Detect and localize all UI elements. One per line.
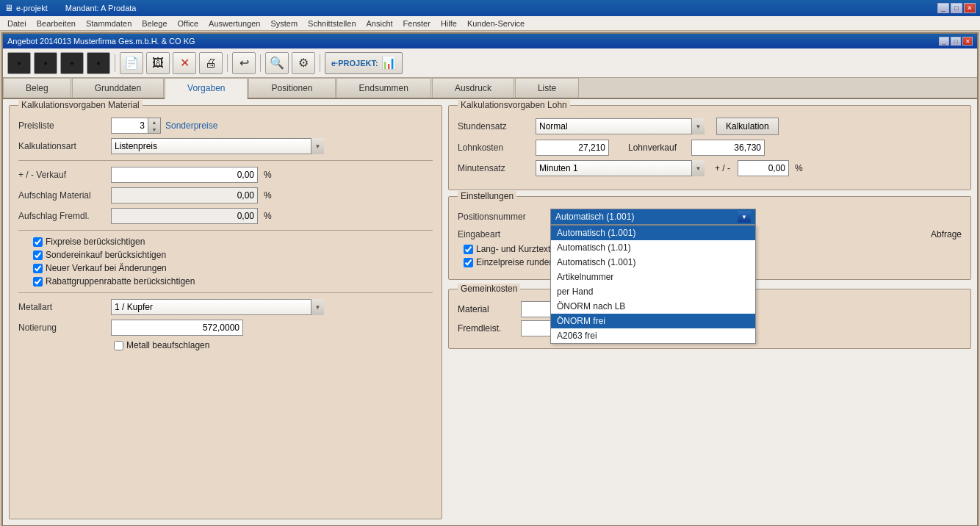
verkauf-input[interactable] xyxy=(111,167,258,183)
search-button[interactable]: 🔍 xyxy=(265,52,289,74)
main-window: Angebot 2014013 Musterfirma Ges.m.b.H. &… xyxy=(1,32,979,526)
material-panel: Kalkulationsvorgaben Material Preisliste… xyxy=(9,105,442,519)
tab-endsummen[interactable]: Endsummen xyxy=(336,78,431,98)
toolbar-btn-2[interactable]: ● xyxy=(34,52,57,74)
menu-system[interactable]: System xyxy=(266,18,302,29)
menu-auswertungen[interactable]: Auswertungen xyxy=(204,18,264,29)
tab-beleg[interactable]: Beleg xyxy=(3,78,71,98)
menu-ansicht[interactable]: Ansicht xyxy=(362,18,397,29)
window-maximize[interactable]: □ xyxy=(951,37,961,46)
window-title-text: Angebot 2014013 Musterfirma Ges.m.b.H. &… xyxy=(7,37,195,46)
minutensatz-select[interactable]: Minuten 1 xyxy=(536,160,705,176)
lohnverkauf-input[interactable] xyxy=(691,140,765,156)
notierung-label: Notierung xyxy=(18,323,107,333)
toolbar-separator-3 xyxy=(260,54,261,72)
minutensatz-label: Minutensatz xyxy=(458,163,531,173)
menu-bearbeiten[interactable]: Bearbeiten xyxy=(32,18,80,29)
positionsnummer-display[interactable]: Automatisch (1.001) ▼ xyxy=(550,209,756,225)
checkbox-einzelpreise[interactable] xyxy=(464,258,473,267)
delete-button[interactable]: ✕ xyxy=(173,52,196,74)
checkbox-fixpreise-row: Fixpreise berücksichtigen xyxy=(18,237,433,247)
tab-ausdruck[interactable]: Ausdruck xyxy=(432,78,514,98)
dropdown-item-2[interactable]: Automatisch (1.001) xyxy=(551,255,755,270)
dropdown-item-5[interactable]: ÖNORM nach LB xyxy=(551,299,755,314)
kalkulationsart-select[interactable]: Listenpreis xyxy=(111,138,324,154)
dropdown-item-7[interactable]: A2063 frei xyxy=(551,328,755,343)
tab-liste[interactable]: Liste xyxy=(515,78,579,98)
lohnkosten-input[interactable] xyxy=(536,140,609,156)
checkbox-fixpreise[interactable] xyxy=(33,237,43,247)
tab-positionen[interactable]: Positionen xyxy=(248,78,335,98)
menu-stammdaten[interactable]: Stammdaten xyxy=(82,18,136,29)
menu-schnittstellen[interactable]: Schnittstellen xyxy=(303,18,360,29)
settings-button[interactable]: ⚙ xyxy=(292,52,315,74)
checkbox-sondereinkauf[interactable] xyxy=(33,251,43,260)
menu-office[interactable]: Office xyxy=(173,18,203,29)
title-bar-controls: _ □ ✕ xyxy=(937,3,976,13)
preisliste-row: Preisliste ▲ ▼ Sonderpreise xyxy=(18,118,433,134)
window-close[interactable]: ✕ xyxy=(962,37,973,46)
new-document-button[interactable]: 📄 xyxy=(120,52,143,74)
checkbox-rabattgruppen[interactable] xyxy=(33,277,43,287)
metallart-select[interactable]: 1 / Kupfer xyxy=(111,299,324,315)
open-button[interactable]: 🖼 xyxy=(146,52,170,74)
stundensatz-select[interactable]: Normal xyxy=(536,118,705,134)
checkbox-rabattgruppen-row: Rabattgruppenrabatte berücksichtigen xyxy=(18,276,433,287)
lohn-panel-title: Kalkulationsvorgaben Lohn xyxy=(458,100,570,110)
metallart-row: Metallart 1 / Kupfer ▼ xyxy=(18,299,433,315)
undo-button[interactable]: ↩ xyxy=(232,52,256,74)
checkbox-metall[interactable] xyxy=(114,341,123,350)
menu-kunden-service[interactable]: Kunden-Service xyxy=(463,18,529,29)
toolbar-btn-1[interactable]: ● xyxy=(7,52,31,74)
menu-hilfe[interactable]: Hilfe xyxy=(436,18,461,29)
preisliste-up[interactable]: ▲ xyxy=(148,118,160,126)
menu-fenster[interactable]: Fenster xyxy=(399,18,435,29)
metallart-label: Metallart xyxy=(18,302,107,312)
preisliste-input[interactable] xyxy=(111,118,148,134)
einstellungen-panel: Einstellungen Positionsnummer Automatisc… xyxy=(448,196,971,280)
menu-bar: Datei Bearbeiten Stammdaten Belege Offic… xyxy=(0,16,980,31)
dropdown-item-3[interactable]: Artikelnummer xyxy=(551,270,755,284)
window-minimize[interactable]: _ xyxy=(939,37,949,46)
print-button[interactable]: 🖨 xyxy=(199,52,223,74)
toolbar-btn-3[interactable]: ● xyxy=(60,52,84,74)
minimize-button[interactable]: _ xyxy=(937,3,949,13)
notierung-input[interactable] xyxy=(111,320,243,336)
print-icon: 🖨 xyxy=(205,57,217,70)
kalkulation-button[interactable]: Kalkulation xyxy=(716,118,779,135)
verkauf-pct: % xyxy=(264,170,272,180)
aufschlag-fremdl-input[interactable] xyxy=(111,208,258,224)
lohn-panel: Kalkulationsvorgaben Lohn Stundensatz No… xyxy=(448,105,971,190)
projekt-button[interactable]: e·PROJEKT: 📊 xyxy=(325,52,403,74)
menu-datei[interactable]: Datei xyxy=(3,18,31,29)
kalkulationsart-select-wrapper: Listenpreis ▼ xyxy=(111,138,324,154)
maximize-button[interactable]: □ xyxy=(951,3,962,13)
toolbar-btn-4[interactable]: ● xyxy=(87,52,110,74)
checkbox-lang-kurztext[interactable] xyxy=(464,245,473,254)
tab-grunddaten[interactable]: Grunddaten xyxy=(72,78,164,98)
checkbox-neuer-verkauf[interactable] xyxy=(33,264,43,273)
positionsnummer-select-container: Automatisch (1.001) ▼ Automatisch (1.001… xyxy=(550,209,756,225)
aufschlag-material-input[interactable] xyxy=(111,187,258,203)
dropdown-item-0[interactable]: Automatisch (1.001) xyxy=(551,226,755,240)
dropdown-item-1[interactable]: Automatisch (1.01) xyxy=(551,240,755,255)
tab-vorgaben[interactable]: Vorgaben xyxy=(165,78,248,99)
minutensatz-pct-input[interactable] xyxy=(738,160,789,176)
preisliste-down[interactable]: ▼ xyxy=(148,126,160,133)
dropdown-item-4[interactable]: per Hand xyxy=(551,284,755,299)
right-panel: Kalkulationsvorgaben Lohn Stundensatz No… xyxy=(448,105,971,519)
stundensatz-label: Stundensatz xyxy=(458,121,531,132)
lohnkosten-label: Lohnkosten xyxy=(458,143,531,153)
menu-belege[interactable]: Belege xyxy=(137,18,171,29)
sonderpreise-link[interactable]: Sonderpreise xyxy=(165,120,217,131)
checkbox-einzelpreise-label: Einzelpreise runden xyxy=(476,257,554,267)
undo-icon: ↩ xyxy=(239,56,249,70)
tab-bar: Beleg Grunddaten Vorgaben Positionen End… xyxy=(3,78,977,99)
mandant-info: Mandant: A Prodata xyxy=(65,4,137,12)
close-button[interactable]: ✕ xyxy=(964,3,976,13)
stundensatz-select-wrapper: Normal ▼ xyxy=(536,118,705,134)
dropdown-item-6[interactable]: ÖNORM frei xyxy=(551,314,755,328)
main-content: Kalkulationsvorgaben Material Preisliste… xyxy=(3,99,977,525)
verkauf-label: + / - Verkauf xyxy=(18,170,107,180)
minutensatz-plusminus: + / - xyxy=(715,163,730,173)
